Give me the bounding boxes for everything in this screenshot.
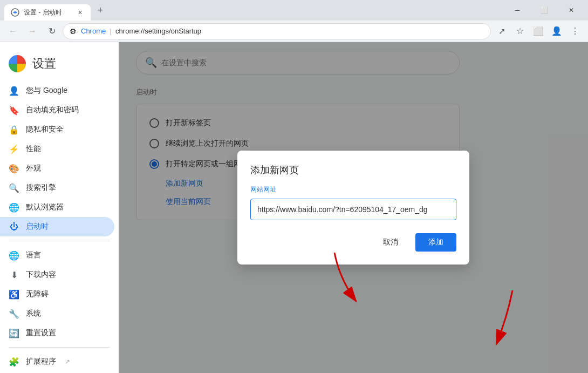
sidebar-label-autofill: 自动填充和密码 <box>26 105 79 115</box>
sidebar-label-language: 语言 <box>26 250 41 260</box>
tab-favicon <box>11 8 19 17</box>
arrow-2 <box>480 285 545 355</box>
sidebar-title: 设置 <box>32 56 56 72</box>
sidebar-item-language[interactable]: 🌐 语言 <box>0 246 114 265</box>
performance-icon: ⚡ <box>9 144 19 154</box>
nav-right-icons: ➚ ☆ ⬜ 👤 ⋮ <box>493 23 584 40</box>
sidebar-item-on-startup[interactable]: ⏻ 启动时 <box>0 217 114 236</box>
sidebar-item-google-account[interactable]: 👤 您与 Google <box>0 81 114 100</box>
appearance-icon: 🎨 <box>9 163 19 174</box>
tab-close-button[interactable]: ✕ <box>76 8 84 17</box>
window-controls: ─ ⬜ ✕ <box>505 2 584 21</box>
sidebar-item-accessibility[interactable]: ♿ 无障碍 <box>0 284 114 304</box>
accessibility-icon: ♿ <box>9 289 19 300</box>
extensions-external-icon: ↗ <box>65 358 70 365</box>
autofill-icon: 🔖 <box>9 105 19 116</box>
profile-button[interactable]: 👤 <box>548 23 565 40</box>
site-icon: ⚙ <box>70 27 77 36</box>
sidebar-label-search: 搜索引擎 <box>26 183 56 193</box>
on-startup-icon: ⏻ <box>9 221 19 232</box>
main-content: 设置 👤 您与 Google 🔖 自动填充和密码 🔒 隐私和安全 ⚡ 性能 🎨 … <box>0 42 588 373</box>
arrow-1 <box>324 247 378 312</box>
dialog-url-input[interactable] <box>250 199 456 220</box>
google-account-icon: 👤 <box>9 85 19 96</box>
browser-frame: 设置 - 启动时 ✕ + ─ ⬜ ✕ ← → ↻ ⚙ Chrome | chro… <box>0 0 588 373</box>
chrome-logo <box>9 55 26 72</box>
dialog-title: 添加新网页 <box>250 164 456 177</box>
back-button[interactable]: ← <box>4 23 22 40</box>
modal-overlay[interactable]: 添加新网页 网站网址 取消 添加 <box>119 42 588 373</box>
address-text: Chrome | chrome://settings/onStartup <box>81 27 484 35</box>
sidebar-item-extensions[interactable]: 🧩 扩展程序 ↗ <box>0 352 114 371</box>
sidebar-label-accessibility: 无障碍 <box>26 289 49 299</box>
extensions-button[interactable]: ⬜ <box>530 23 547 40</box>
address-chrome: Chrome <box>81 27 106 35</box>
sidebar-label-appearance: 外观 <box>26 164 41 173</box>
forward-button[interactable]: → <box>24 23 41 40</box>
sidebar-item-performance[interactable]: ⚡ 性能 <box>0 139 114 159</box>
sidebar-divider-2 <box>9 347 110 348</box>
menu-button[interactable]: ⋮ <box>566 23 584 40</box>
sidebar-label-reset: 重置设置 <box>26 328 56 338</box>
reset-icon: 🔄 <box>9 328 19 338</box>
sidebar-label-default-browser: 默认浏览器 <box>26 202 64 212</box>
extensions-sidebar-icon: 🧩 <box>9 356 19 367</box>
address-bar[interactable]: ⚙ Chrome | chrome://settings/onStartup <box>63 23 491 39</box>
address-url: chrome://settings/onStartup <box>115 27 201 35</box>
system-icon: 🔧 <box>9 308 19 319</box>
sidebar-label-downloads: 下载内容 <box>26 270 56 280</box>
settings-content: 🔍 启动时 打开新标签页 继续浏览上次打开的网页 打开 <box>119 42 588 373</box>
sidebar-item-downloads[interactable]: ⬇ 下载内容 <box>0 265 114 284</box>
language-icon: 🌐 <box>9 250 19 261</box>
search-engine-icon: 🔍 <box>9 182 19 193</box>
sidebar-item-search[interactable]: 🔍 搜索引擎 <box>0 178 114 198</box>
reload-button[interactable]: ↻ <box>43 23 60 40</box>
dialog-url-label: 网站网址 <box>250 185 456 194</box>
sidebar-item-appearance[interactable]: 🎨 外观 <box>0 159 114 178</box>
sidebar-item-system[interactable]: 🔧 系统 <box>0 304 114 323</box>
tab-bar: 设置 - 启动时 ✕ + ─ ⬜ ✕ <box>0 0 588 21</box>
sidebar-item-default-browser[interactable]: 🌐 默认浏览器 <box>0 198 114 217</box>
active-tab[interactable]: 设置 - 启动时 ✕ <box>4 4 91 21</box>
sidebar-item-autofill[interactable]: 🔖 自动填充和密码 <box>0 100 114 120</box>
add-button[interactable]: 添加 <box>415 233 456 252</box>
restore-button[interactable]: ⬜ <box>532 2 557 18</box>
sidebar-header: 设置 <box>0 51 119 81</box>
bookmark-button[interactable]: ☆ <box>511 23 529 40</box>
sidebar-item-reset[interactable]: 🔄 重置设置 <box>0 323 114 343</box>
sidebar: 设置 👤 您与 Google 🔖 自动填充和密码 🔒 隐私和安全 ⚡ 性能 🎨 … <box>0 42 119 373</box>
minimize-button[interactable]: ─ <box>505 2 530 18</box>
sidebar-label-google-account: 您与 Google <box>26 86 67 96</box>
new-tab-button[interactable]: + <box>93 3 108 18</box>
nav-bar: ← → ↻ ⚙ Chrome | chrome://settings/onSta… <box>0 21 588 42</box>
sidebar-label-on-startup: 启动时 <box>26 222 49 232</box>
sidebar-divider-1 <box>9 241 110 241</box>
privacy-icon: 🔒 <box>9 124 19 135</box>
sidebar-label-privacy: 隐私和安全 <box>26 125 64 134</box>
sidebar-label-performance: 性能 <box>26 144 41 154</box>
default-browser-icon: 🌐 <box>9 202 19 213</box>
close-button[interactable]: ✕ <box>559 2 584 18</box>
sidebar-label-extensions: 扩展程序 <box>26 357 56 367</box>
share-button[interactable]: ➚ <box>493 23 510 40</box>
address-separator: | <box>108 27 115 35</box>
sidebar-label-system: 系统 <box>26 309 41 318</box>
sidebar-item-privacy[interactable]: 🔒 隐私和安全 <box>0 120 114 139</box>
tab-title: 设置 - 启动时 <box>24 8 71 17</box>
downloads-icon: ⬇ <box>9 269 19 280</box>
